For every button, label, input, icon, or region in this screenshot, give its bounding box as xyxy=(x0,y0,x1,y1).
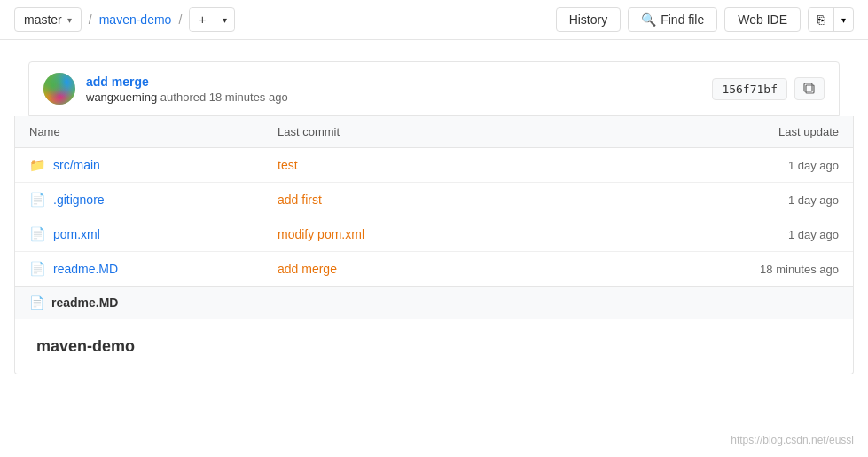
update-time: 1 day ago xyxy=(697,159,839,172)
commit-author: wangxueming xyxy=(86,91,157,104)
avatar-image xyxy=(43,73,75,105)
table-row: 📁 src/main test 1 day ago xyxy=(15,148,853,183)
file-doc-icon: 📄 xyxy=(29,261,46,277)
add-dropdown-button[interactable]: ▾ xyxy=(215,11,234,29)
file-link[interactable]: src/main xyxy=(53,158,100,172)
readme-section: 📄 readme.MD maven-demo xyxy=(14,287,854,374)
svg-rect-0 xyxy=(806,85,814,93)
file-table: Name Last commit Last update 📁 src/main … xyxy=(14,116,854,287)
clone-dropdown-button[interactable]: ▾ xyxy=(834,11,853,29)
add-button[interactable]: + xyxy=(190,8,215,31)
col-name: Name xyxy=(29,125,278,138)
history-label: History xyxy=(569,12,608,27)
find-file-label: Find file xyxy=(661,12,704,27)
commit-meta: wangxueming authored 18 minutes ago xyxy=(86,91,712,104)
commit-link[interactable]: modify pom.xml xyxy=(278,227,697,241)
copy-hash-button[interactable] xyxy=(794,77,825,100)
table-row: 📄 .gitignore add first 1 day ago xyxy=(15,183,853,217)
col-last-commit: Last commit xyxy=(278,125,697,138)
commit-link[interactable]: test xyxy=(278,158,697,172)
file-name-cell: 📄 pom.xml xyxy=(29,226,278,242)
avatar xyxy=(43,73,75,105)
table-row: 📄 pom.xml modify pom.xml 1 day ago xyxy=(15,217,853,252)
history-button[interactable]: History xyxy=(556,7,622,32)
readme-file-icon: 📄 xyxy=(29,295,44,310)
file-doc-icon: 📄 xyxy=(29,226,46,242)
web-ide-label: Web IDE xyxy=(738,12,787,27)
branch-name: master xyxy=(24,12,62,27)
table-row: 📄 readme.MD add merge 18 minutes ago xyxy=(15,252,853,286)
update-time: 18 minutes ago xyxy=(697,263,839,276)
copy-icon xyxy=(802,82,817,96)
commit-info: add merge wangxueming authored 18 minute… xyxy=(86,75,712,104)
path-separator: / xyxy=(89,12,92,27)
file-link[interactable]: .gitignore xyxy=(53,193,105,207)
update-time: 1 day ago xyxy=(697,193,839,207)
add-button-group: + ▾ xyxy=(189,7,235,32)
search-icon: 🔍 xyxy=(641,12,656,27)
path-separator-2: / xyxy=(178,12,182,27)
toolbar-right: History 🔍 Find file Web IDE ⎘ ▾ xyxy=(556,7,854,32)
commit-bar: add merge wangxueming authored 18 minute… xyxy=(28,61,840,116)
readme-filename: readme.MD xyxy=(51,295,118,310)
col-last-update: Last update xyxy=(697,125,839,138)
readme-content: maven-demo xyxy=(15,319,853,374)
branch-selector[interactable]: master ▾ xyxy=(14,7,82,32)
file-name-cell: 📁 src/main xyxy=(29,157,278,173)
repo-name-link[interactable]: maven-demo xyxy=(99,12,172,27)
svg-rect-1 xyxy=(804,83,812,91)
folder-icon: 📁 xyxy=(29,157,46,173)
file-name-cell: 📄 .gitignore xyxy=(29,192,278,208)
file-name-cell: 📄 readme.MD xyxy=(29,261,278,277)
readme-header: 📄 readme.MD xyxy=(15,287,853,319)
readme-title: maven-demo xyxy=(36,337,832,356)
commit-link[interactable]: add first xyxy=(278,193,697,207)
commit-meta-text: authored 18 minutes ago xyxy=(160,91,288,104)
commit-hash: 156f71bf xyxy=(712,78,787,100)
update-time: 1 day ago xyxy=(697,228,839,241)
commit-right: 156f71bf xyxy=(712,77,825,100)
clone-button-group: ⎘ ▾ xyxy=(808,7,854,32)
file-link[interactable]: pom.xml xyxy=(53,227,100,241)
web-ide-button[interactable]: Web IDE xyxy=(724,7,801,32)
file-doc-icon: 📄 xyxy=(29,192,46,208)
commit-message-link[interactable]: add merge xyxy=(86,75,712,89)
chevron-down-icon: ▾ xyxy=(67,15,72,25)
commit-link[interactable]: add merge xyxy=(278,262,697,276)
table-header: Name Last commit Last update xyxy=(15,116,853,148)
file-link[interactable]: readme.MD xyxy=(53,262,118,276)
find-file-button[interactable]: 🔍 Find file xyxy=(628,7,717,32)
toolbar: master ▾ / maven-demo / + ▾ History 🔍 Fi… xyxy=(0,0,868,40)
clone-icon-button[interactable]: ⎘ xyxy=(809,8,834,31)
